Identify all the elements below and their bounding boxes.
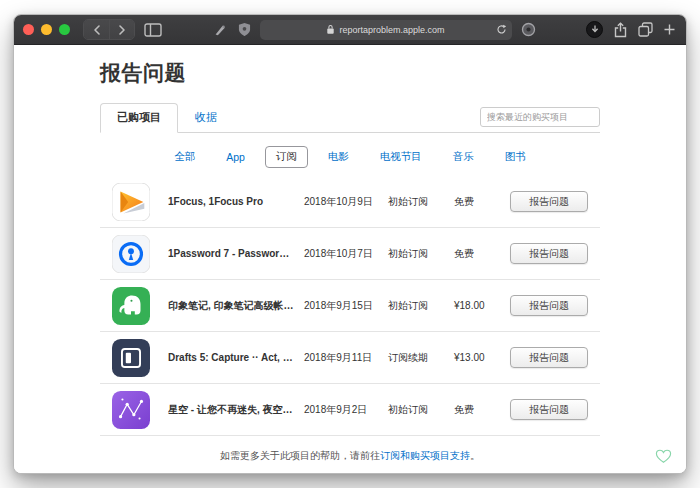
item-date: 2018年9月15日 <box>304 299 388 313</box>
item-date: 2018年9月11日 <box>304 351 388 365</box>
drafts-app-icon <box>112 339 150 377</box>
share-button[interactable] <box>612 20 629 40</box>
filter-app[interactable]: App <box>215 147 256 167</box>
page-content: 报告问题 已购项目 收据 全部 App 订阅 电影 电视节目 音乐 图书 <box>14 45 686 474</box>
tab-overview-icon <box>638 22 653 37</box>
downloads-button[interactable] <box>584 20 605 40</box>
content-blocker-icon <box>521 22 536 37</box>
pen-nib-icon <box>213 23 227 37</box>
search-input[interactable] <box>480 107 600 127</box>
starwalk-app-icon <box>112 391 150 429</box>
forward-button[interactable] <box>109 20 134 39</box>
plus-icon <box>664 24 675 35</box>
downloads-icon <box>586 21 603 38</box>
purchase-row: 1Focus, 1Focus Pro 2018年10月9日 初始订阅 免费 报告… <box>100 176 600 228</box>
filter-subscriptions[interactable]: 订阅 <box>265 146 308 168</box>
sidebar-icon <box>144 23 162 37</box>
filter-tv-shows[interactable]: 电视节目 <box>369 146 433 168</box>
browser-window: reportaproblem.apple.com <box>13 14 687 474</box>
chevron-right-icon <box>117 24 127 36</box>
minimize-window-button[interactable] <box>41 24 52 35</box>
item-name: 星空 - 让您不再迷失, 夜空高级 - 每月 <box>168 403 304 417</box>
subscriptions-support-link[interactable]: 订阅和购买项目支持 <box>380 450 470 461</box>
purchase-row: 印象笔记, 印象笔记高级帐户按月订购 2018年9月15日 初始订阅 ¥18.0… <box>100 280 600 332</box>
extension-blocker-button[interactable] <box>519 20 538 40</box>
report-problem-button[interactable]: 报告问题 <box>510 191 588 212</box>
tab-receipts[interactable]: 收据 <box>178 103 234 132</box>
window-controls <box>23 24 70 35</box>
nav-buttons <box>83 19 135 40</box>
address-bar[interactable]: reportaproblem.apple.com <box>260 20 512 40</box>
refresh-icon <box>496 24 507 35</box>
item-type: 订阅续期 <box>388 351 454 365</box>
feedback-heart-icon[interactable] <box>655 449 672 468</box>
tab-overview-button[interactable] <box>636 20 655 40</box>
zoom-window-button[interactable] <box>59 24 70 35</box>
1password-app-icon <box>112 235 150 273</box>
purchase-row: 1Password 7 - Password Manager, 1Passwor… <box>100 228 600 280</box>
item-price: 免费 <box>454 403 510 417</box>
filter-books[interactable]: 图书 <box>494 146 537 168</box>
report-problem-button[interactable]: 报告问题 <box>510 243 588 264</box>
purchase-list: 1Focus, 1Focus Pro 2018年10月9日 初始订阅 免费 报告… <box>100 176 600 436</box>
url-text: reportaproblem.apple.com <box>339 25 444 35</box>
item-date: 2018年9月2日 <box>304 403 388 417</box>
report-problem-button[interactable]: 报告问题 <box>510 295 588 316</box>
refresh-button[interactable] <box>496 24 507 37</box>
item-type: 初始订阅 <box>388 403 454 417</box>
filter-music[interactable]: 音乐 <box>442 146 485 168</box>
item-price: ¥18.00 <box>454 300 510 311</box>
evernote-app-icon <box>112 287 150 325</box>
report-problem-button[interactable]: 报告问题 <box>510 399 588 420</box>
media-type-filters: 全部 App 订阅 电影 电视节目 音乐 图书 <box>100 146 600 168</box>
back-button[interactable] <box>84 20 109 39</box>
new-tab-button[interactable] <box>662 20 677 40</box>
filter-all[interactable]: 全部 <box>163 146 206 168</box>
filter-movies[interactable]: 电影 <box>317 146 360 168</box>
item-price: ¥13.00 <box>454 352 510 363</box>
1focus-app-icon <box>112 183 150 221</box>
shield-icon <box>238 22 251 37</box>
share-icon <box>614 22 627 38</box>
chevron-left-icon <box>92 24 102 36</box>
sidebar-toggle-button[interactable] <box>142 20 164 40</box>
footer-text-prefix: 如需更多关于此项目的帮助，请前往 <box>220 450 380 461</box>
browser-toolbar: reportaproblem.apple.com <box>14 15 686 45</box>
item-type: 初始订阅 <box>388 299 454 313</box>
item-type: 初始订阅 <box>388 195 454 209</box>
item-date: 2018年10月7日 <box>304 247 388 261</box>
item-price: 免费 <box>454 247 510 261</box>
tab-purchased-items[interactable]: 已购项目 <box>100 103 178 133</box>
item-name: 1Password 7 - Password Manager, 1Passwor… <box>168 248 304 259</box>
item-type: 初始订阅 <box>388 247 454 261</box>
help-footer: 如需更多关于此项目的帮助，请前往订阅和购买项目支持。 <box>100 436 600 474</box>
item-name: 1Focus, 1Focus Pro <box>168 196 304 207</box>
item-date: 2018年10月9日 <box>304 195 388 209</box>
extension-shield-button[interactable] <box>236 20 253 40</box>
lock-icon <box>326 24 335 35</box>
item-name: 印象笔记, 印象笔记高级帐户按月订购 <box>168 299 304 313</box>
purchase-row: Drafts 5: Capture ·· Act, Monthly Pro Su… <box>100 332 600 384</box>
footer-text-suffix: 。 <box>470 450 480 461</box>
report-problem-button[interactable]: 报告问题 <box>510 347 588 368</box>
purchase-row: 星空 - 让您不再迷失, 夜空高级 - 每月 2018年9月2日 初始订阅 免费… <box>100 384 600 436</box>
item-name: Drafts 5: Capture ·· Act, Monthly Pro Su… <box>168 351 304 365</box>
page-title: 报告问题 <box>100 59 600 87</box>
item-price: 免费 <box>454 195 510 209</box>
close-window-button[interactable] <box>23 24 34 35</box>
extension-pen-button[interactable] <box>211 20 229 40</box>
section-tabs: 已购项目 收据 <box>100 103 600 133</box>
